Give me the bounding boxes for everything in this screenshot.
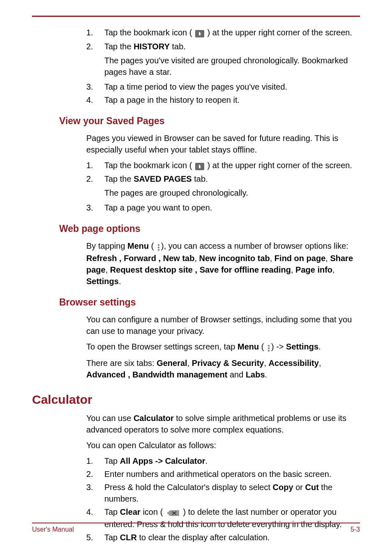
heading-browser-settings: Browser settings <box>59 297 360 308</box>
step-number: 2. <box>86 41 104 79</box>
list-item: 2. Enter numbers and arithmetical operat… <box>86 468 360 480</box>
step-text: Tap the bookmark icon ( ) at the upper r… <box>104 27 360 39</box>
list-item: 3. Tap a time period to view the pages y… <box>86 81 360 93</box>
paragraph: Pages you viewed in Browser can be saved… <box>86 132 360 155</box>
step-number: 1. <box>86 27 104 39</box>
svg-rect-6 <box>158 249 159 251</box>
list-item: 2. Tap the HISTORY tab. The pages you've… <box>86 41 360 79</box>
step-text: Tap the bookmark icon ( ) at the upper r… <box>104 160 360 172</box>
list-item: 1. Tap All Apps -> Calculator. <box>86 455 360 467</box>
paragraph: To open the Browser settings screen, tap… <box>86 341 360 353</box>
step-subtext: The pages you've visited are grouped chr… <box>104 55 360 78</box>
svg-rect-7 <box>268 345 270 347</box>
footer-right: 5-3 <box>350 526 360 533</box>
footer-row: User's Manual 5-3 <box>32 526 360 533</box>
svg-rect-9 <box>268 350 270 352</box>
menu-icon <box>157 241 160 252</box>
paragraph: You can configure a number of Browser se… <box>86 314 360 337</box>
content: 1. Tap the bookmark icon ( ) at the uppe… <box>32 17 360 553</box>
list-item: 1. Tap the bookmark icon ( ) at the uppe… <box>86 27 360 39</box>
paragraph: There are six tabs: General, Privacy & S… <box>86 357 360 380</box>
step-number: 3. <box>86 202 104 213</box>
clear-icon <box>166 507 180 518</box>
step-number: 3. <box>86 81 104 93</box>
paragraph: You can open Calculator as follows: <box>86 440 360 451</box>
page: 1. Tap the bookmark icon ( ) at the uppe… <box>0 0 392 553</box>
step-subtext: The pages are grouped chronologically. <box>104 187 360 199</box>
svg-marker-10 <box>167 510 179 516</box>
svg-rect-5 <box>158 247 159 248</box>
svg-rect-8 <box>268 347 270 349</box>
list-item: 2. Tap the SAVED PAGES tab. The pages ar… <box>86 173 360 200</box>
list-item: 4. Tap a page in the history to reopen i… <box>86 94 360 106</box>
footer-rule <box>32 523 360 523</box>
step-text: Tap a time period to view the pages you'… <box>104 81 360 93</box>
step-text: Tap a page in the history to reopen it. <box>104 94 360 106</box>
step-number: 1. <box>86 455 104 467</box>
paragraph: By tapping Menu ( ), you can access a nu… <box>86 240 360 287</box>
page-footer: User's Manual 5-3 <box>32 523 360 533</box>
paragraph: You can use Calculator to solve simple a… <box>86 412 360 435</box>
menu-icon <box>267 342 270 353</box>
step-number: 3. <box>86 481 104 504</box>
step-text: Tap the SAVED PAGES tab. The pages are g… <box>104 173 360 200</box>
step-text: Press & hold the Calculator's display to… <box>104 481 360 504</box>
svg-rect-4 <box>158 244 159 246</box>
history-steps: 1. Tap the bookmark icon ( ) at the uppe… <box>86 27 360 106</box>
list-item: 1. Tap the bookmark icon ( ) at the uppe… <box>86 160 360 172</box>
step-text: Tap a page you want to open. <box>104 202 360 213</box>
step-number: 4. <box>86 94 104 106</box>
step-text: Enter numbers and arithmetical operators… <box>104 468 360 480</box>
heading-web-page-options: Web page options <box>59 223 360 234</box>
footer-left: User's Manual <box>32 526 74 533</box>
step-text: Tap All Apps -> Calculator. <box>104 455 360 467</box>
bookmark-icon <box>195 28 204 39</box>
bookmark-icon <box>195 160 204 171</box>
list-item: 3. Tap a page you want to open. <box>86 202 360 213</box>
step-number: 1. <box>86 160 104 172</box>
step-number: 2. <box>86 468 104 480</box>
list-item: 3. Press & hold the Calculator's display… <box>86 481 360 504</box>
heading-view-saved-pages: View your Saved Pages <box>59 116 360 127</box>
heading-calculator: Calculator <box>32 393 360 407</box>
saved-pages-steps: 1. Tap the bookmark icon ( ) at the uppe… <box>86 160 360 214</box>
step-number: 2. <box>86 173 104 200</box>
step-text: Tap the HISTORY tab. The pages you've vi… <box>104 41 360 79</box>
